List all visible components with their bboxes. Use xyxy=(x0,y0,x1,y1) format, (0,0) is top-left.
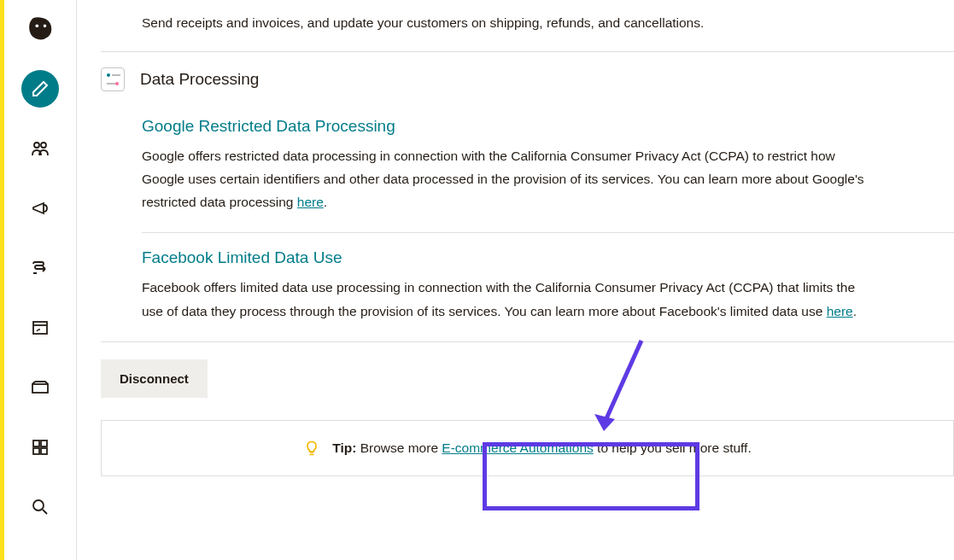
svg-rect-8 xyxy=(33,448,39,454)
facebook-title[interactable]: Facebook Limited Data Use xyxy=(142,248,869,267)
svg-rect-6 xyxy=(33,440,39,446)
audience-icon[interactable] xyxy=(21,130,59,167)
svg-point-3 xyxy=(41,143,46,148)
section-header: Data Processing xyxy=(101,52,954,102)
google-text: Google offers restricted data processing… xyxy=(142,144,869,213)
automations-icon[interactable] xyxy=(21,249,59,287)
tip-after: to help you sell more stuff. xyxy=(594,440,752,455)
content-icon[interactable] xyxy=(21,369,59,406)
svg-rect-5 xyxy=(32,384,48,393)
mailchimp-logo[interactable] xyxy=(21,10,59,48)
tip-content: Tip: Browse more E-commerce Automations … xyxy=(332,440,751,456)
google-text-after: . xyxy=(324,195,327,209)
svg-rect-4 xyxy=(33,322,47,334)
ecommerce-automations-link[interactable]: E-commerce Automations xyxy=(442,440,593,455)
svg-point-2 xyxy=(34,143,39,148)
integrations-icon[interactable] xyxy=(21,429,59,466)
facebook-section: Facebook Limited Data Use Facebook offer… xyxy=(101,233,869,341)
google-here-link[interactable]: here xyxy=(297,195,324,209)
website-icon[interactable] xyxy=(21,309,59,347)
campaigns-icon[interactable] xyxy=(21,190,59,227)
facebook-text-after: . xyxy=(853,304,857,318)
intro-text: Send receipts and invoices, and update y… xyxy=(101,0,954,51)
google-section: Google Restricted Data Processing Google… xyxy=(101,102,869,232)
divider xyxy=(101,341,954,342)
data-processing-icon xyxy=(101,67,125,91)
tip-prefix: Tip: xyxy=(332,440,356,455)
svg-rect-9 xyxy=(41,448,47,454)
tip-box: Tip: Browse more E-commerce Automations … xyxy=(101,420,954,476)
tip-before: Browse more xyxy=(356,440,442,455)
create-icon[interactable] xyxy=(21,70,59,108)
facebook-here-link[interactable]: here xyxy=(827,304,853,318)
svg-rect-7 xyxy=(41,440,47,446)
facebook-text-body: Facebook offers limited data use process… xyxy=(142,280,855,318)
disconnect-button[interactable]: Disconnect xyxy=(101,359,208,398)
sidebar xyxy=(4,0,77,560)
google-text-body: Google offers restricted data processing… xyxy=(142,149,864,209)
svg-point-1 xyxy=(36,25,39,28)
google-title[interactable]: Google Restricted Data Processing xyxy=(142,117,869,136)
svg-point-10 xyxy=(33,500,44,510)
section-title: Data Processing xyxy=(140,70,259,89)
lightbulb-icon xyxy=(303,440,320,457)
search-icon[interactable] xyxy=(21,488,59,526)
main-content: Send receipts and invoices, and update y… xyxy=(77,0,954,560)
facebook-text: Facebook offers limited data use process… xyxy=(142,276,869,322)
